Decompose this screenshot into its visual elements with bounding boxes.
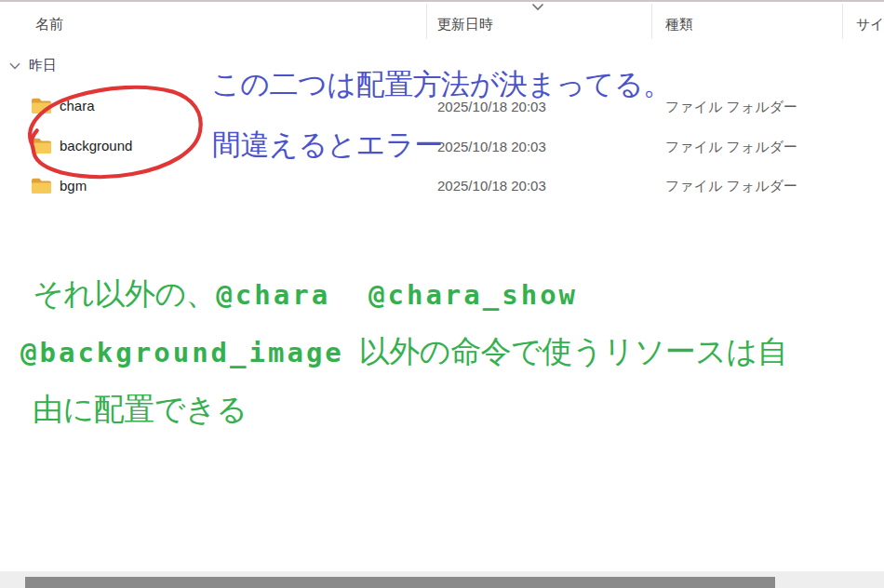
file-modified: 2025/10/18 20:03 bbox=[437, 139, 546, 154]
column-header-size[interactable]: サイズ bbox=[856, 16, 884, 33]
file-type: ファイル フォルダー bbox=[665, 178, 797, 195]
file-type: ファイル フォルダー bbox=[665, 139, 797, 156]
file-name: background bbox=[60, 138, 132, 154]
folder-icon bbox=[31, 97, 52, 114]
folder-icon bbox=[31, 137, 52, 154]
note-blue-line1: この二つは配置方法が決まってる。 bbox=[211, 65, 672, 104]
note-green-line3: 由に配置できる bbox=[33, 389, 248, 431]
column-separator[interactable] bbox=[842, 4, 843, 39]
horizontal-scrollbar-thumb[interactable] bbox=[25, 577, 775, 588]
column-header-type[interactable]: 種類 bbox=[665, 16, 693, 33]
group-label: 昨日 bbox=[29, 57, 57, 74]
note-green-line1: それ以外の、@chara @chara_show bbox=[33, 274, 578, 315]
file-type: ファイル フォルダー bbox=[665, 99, 797, 116]
column-separator[interactable] bbox=[651, 4, 652, 39]
sort-indicator-chevron-down-icon[interactable] bbox=[531, 3, 544, 11]
note-green-line1-text: それ以外の、 bbox=[33, 276, 216, 311]
column-header-modified[interactable]: 更新日時 bbox=[437, 16, 493, 33]
explorer-file-list-view: 名前 更新日時 種類 サイズ 昨日 chara 2025/10/18 20:03… bbox=[0, 0, 884, 588]
file-row-chara[interactable]: chara bbox=[31, 95, 95, 115]
file-modified: 2025/10/18 20:03 bbox=[437, 178, 546, 194]
group-expander-chevron-down-icon[interactable] bbox=[9, 62, 20, 70]
group-header-yesterday[interactable]: 昨日 bbox=[9, 57, 57, 74]
column-header-name[interactable]: 名前 bbox=[35, 16, 63, 33]
file-name: chara bbox=[60, 98, 95, 114]
file-row-bgm[interactable]: bgm bbox=[31, 175, 87, 195]
file-row-background[interactable]: background bbox=[31, 135, 132, 155]
note-green-line1-code: @chara @chara_show bbox=[216, 279, 578, 311]
file-name: bgm bbox=[60, 178, 87, 194]
note-green-line2: @background_image以外の命令で使うリソースは自 bbox=[20, 331, 787, 373]
note-blue-line2: 間違えるとエラー bbox=[212, 126, 443, 165]
folder-icon bbox=[31, 177, 52, 194]
top-divider bbox=[0, 0, 884, 2]
column-separator[interactable] bbox=[426, 4, 427, 39]
note-green-line2-code: @background_image bbox=[20, 337, 344, 368]
note-green-line2-text: 以外の命令で使うリソースは自 bbox=[359, 334, 787, 368]
